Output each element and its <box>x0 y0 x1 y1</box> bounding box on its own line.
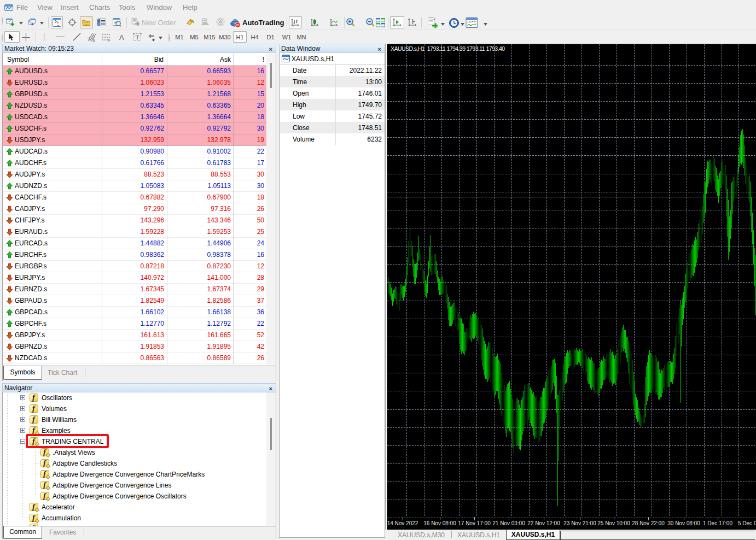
svg-text:17 Nov 17:00: 17 Nov 17:00 <box>458 520 491 526</box>
svg-text:E: E <box>93 38 96 42</box>
svg-text:XAUUSD.s,H1 1793.11 1794.39 1: XAUUSD.s,H1 1793.11 1794.39 1793.11 1793… <box>391 45 505 52</box>
svg-text:T: T <box>136 34 139 40</box>
svg-text:30 Nov 08:00: 30 Nov 08:00 <box>667 520 700 526</box>
svg-text:23 Nov 21:00: 23 Nov 21:00 <box>563 520 596 526</box>
svg-text:22 Nov 12:00: 22 Nov 12:00 <box>527 520 560 526</box>
svg-text:1 Dec 17:00: 1 Dec 17:00 <box>703 520 732 526</box>
svg-text:25 Nov 10:00: 25 Nov 10:00 <box>597 520 630 526</box>
svg-text:5 Dec 0: 5 Dec 0 <box>738 520 756 526</box>
svg-text:28 Nov 22:00: 28 Nov 22:00 <box>632 520 665 526</box>
svg-text:F: F <box>108 38 111 42</box>
svg-text:14 Nov 2022: 14 Nov 2022 <box>387 520 418 526</box>
svg-text:21 Nov 03:00: 21 Nov 03:00 <box>492 520 525 526</box>
svg-text:16 Nov 08:00: 16 Nov 08:00 <box>423 520 456 526</box>
